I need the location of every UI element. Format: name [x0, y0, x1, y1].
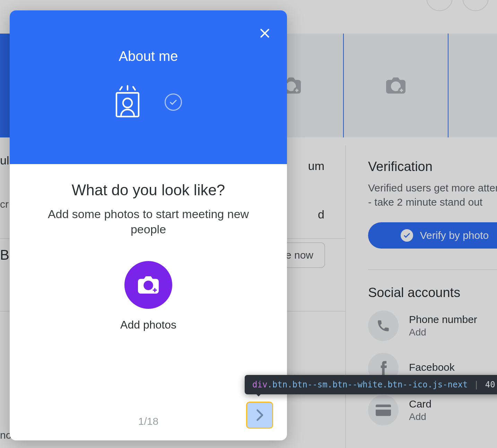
checkmark-step-icon: [165, 93, 182, 111]
verify-by-photo-button[interactable]: Verify by photo: [368, 222, 497, 249]
social-name: Phone number: [409, 314, 477, 325]
add-photos-label: Add photos: [120, 319, 176, 331]
phone-icon: [368, 311, 399, 341]
divider: [368, 269, 497, 270]
topbar-button-2[interactable]: [462, 0, 489, 11]
social-accounts-list: Phone number Add Facebook: [368, 311, 497, 425]
modal-step-icons: [10, 85, 287, 119]
camera-add-icon: [138, 276, 159, 294]
social-action: Add: [409, 411, 431, 422]
social-action: Add: [409, 327, 477, 338]
modal-footer: 1/18: [10, 402, 287, 440]
profile-card-icon: [115, 85, 140, 119]
devtip-dimensions: 40 × 40: [485, 380, 497, 389]
chevron-right-icon: [255, 409, 264, 422]
svg-point-6: [145, 283, 151, 289]
modal-header: About me: [10, 10, 287, 164]
modal-subtitle: Add some photos to start meeting new peo…: [29, 206, 268, 237]
social-heading: Social accounts: [368, 285, 497, 300]
close-icon: [259, 28, 270, 39]
topbar-button-1[interactable]: [426, 0, 453, 11]
d-fragment: d: [318, 208, 324, 221]
premium-fragment: um: [308, 159, 324, 173]
verification-heading: Verification: [368, 159, 497, 174]
photo-slot[interactable]: [344, 34, 448, 137]
devtools-element-tooltip: div.btn.btn--sm.btn--white.btn--ico.js-n…: [245, 375, 497, 394]
check-icon: [401, 229, 413, 242]
card-icon: [368, 395, 399, 425]
modal-question: What do you look like?: [29, 181, 268, 199]
devtip-classes: .btn.btn--sm.btn--white.btn--ico.js-next: [267, 380, 468, 389]
svg-point-5: [123, 98, 132, 107]
work-heading-fragment: B: [0, 247, 9, 262]
verify-button-label: Verify by photo: [420, 230, 489, 241]
modal-body: What do you look like? Add some photos t…: [10, 164, 287, 331]
next-button[interactable]: [246, 402, 273, 429]
step-counter: 1/18: [138, 415, 158, 427]
social-name: Facebook: [409, 361, 455, 373]
photo-slot[interactable]: [448, 34, 497, 137]
right-column: Verification Verified users get more att…: [346, 145, 497, 448]
modal-title: About me: [10, 48, 287, 64]
social-name: Card: [409, 398, 431, 410]
verification-desc: Verified users get more attention - take…: [368, 181, 497, 209]
add-photos-disc: [124, 261, 172, 309]
devtip-tag: div: [252, 380, 267, 389]
camera-add-icon: [386, 77, 406, 94]
svg-rect-3: [376, 407, 391, 410]
add-photos-button[interactable]: Add photos: [120, 261, 176, 331]
social-row-card[interactable]: Card Add: [368, 395, 497, 425]
devtip-separator: |: [474, 380, 479, 389]
svg-rect-4: [116, 93, 139, 116]
close-button[interactable]: [258, 28, 272, 42]
svg-rect-2: [376, 405, 391, 416]
social-row-phone[interactable]: Phone number Add: [368, 311, 497, 341]
